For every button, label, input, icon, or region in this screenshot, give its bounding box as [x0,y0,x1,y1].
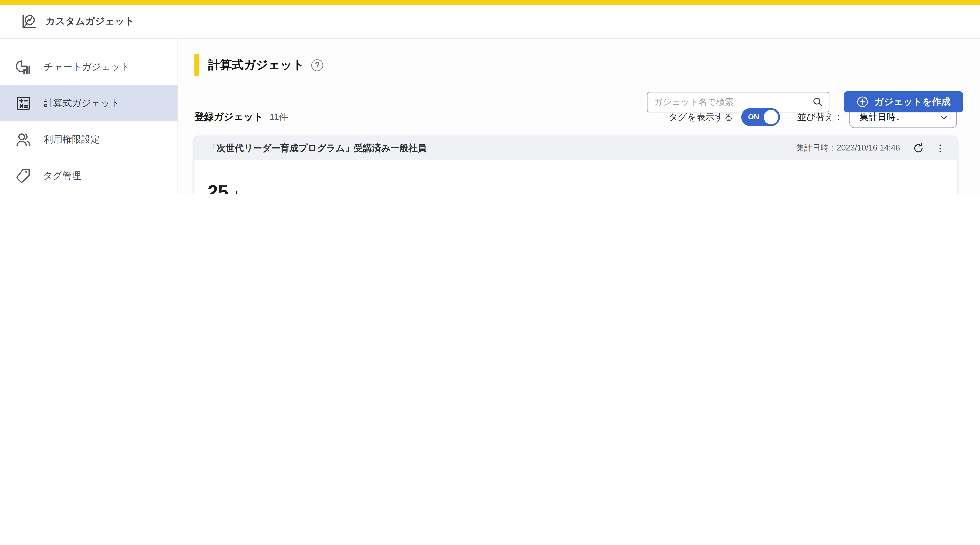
sidebar-item-tag-management[interactable]: タグ管理 [0,157,178,194]
top-accent-bar [0,0,980,5]
calculator-icon [15,95,32,111]
users-icon [15,131,32,148]
sidebar: チャートガジェット 計算式ガジェット [0,39,178,194]
page-title: 計算式ガジェット [208,57,304,73]
tag-icon [15,167,31,184]
help-icon[interactable]: ? [311,59,323,71]
tag-display-toggle[interactable]: ON [741,108,780,126]
app-title: カスタムガジェット [46,16,135,27]
sidebar-item-formula-gadget[interactable]: 計算式ガジェット [0,85,178,121]
sidebar-item-label: タグ管理 [43,170,81,181]
sidebar-item-label: 計算式ガジェット [44,97,120,109]
sort-value: 集計日時↓ [859,111,900,123]
gadget-card-list: 「次世代リーダー育成プログラム」受講済み一般社員 集計日時：2023/10/16… [194,136,957,194]
chart-gadget-icon [15,58,32,75]
card-timestamp: 集計日時：2023/10/16 14:46 [796,143,900,154]
toggle-knob [764,110,778,124]
chevron-down-icon [939,112,949,122]
plus-circle-icon [856,95,869,108]
sort-label: 並び替え： [797,111,843,123]
sidebar-item-permissions[interactable]: 利用権限設定 [0,121,178,157]
search-input[interactable] [648,97,806,107]
app-header: カスタムガジェット [0,5,980,39]
card-value: 25人 [194,160,957,194]
gadget-card: 「次世代リーダー育成プログラム」受講済み一般社員 集計日時：2023/10/16… [194,136,957,194]
card-title: 「次世代リーダー育成プログラム」受講済み一般社員 [208,142,796,154]
card-header: 「次世代リーダー育成プログラム」受講済み一般社員 集計日時：2023/10/16… [194,136,957,160]
registered-gadgets-label: 登録ガジェット [194,111,264,124]
toggle-state-label: ON [748,113,759,121]
title-accent-bar [194,54,199,76]
tag-toggle-label: タグを表示する [668,111,733,123]
sidebar-item-label: 利用権限設定 [44,133,100,145]
app-logo-chart-magnifier-icon [21,13,38,30]
create-gadget-button[interactable]: ガジェットを作成 [844,91,963,113]
gadget-search [647,92,829,112]
refresh-icon[interactable] [913,142,924,154]
sidebar-item-label: チャートガジェット [44,61,130,73]
search-icon[interactable] [806,92,829,111]
app-window: カスタムガジェット チャートガジェット [0,0,980,194]
kebab-menu-icon[interactable] [935,143,946,153]
registered-gadgets-count: 11件 [269,111,288,123]
main-content: 計算式ガジェット ? [178,39,980,194]
sidebar-item-chart-gadget[interactable]: チャートガジェット [0,49,178,85]
